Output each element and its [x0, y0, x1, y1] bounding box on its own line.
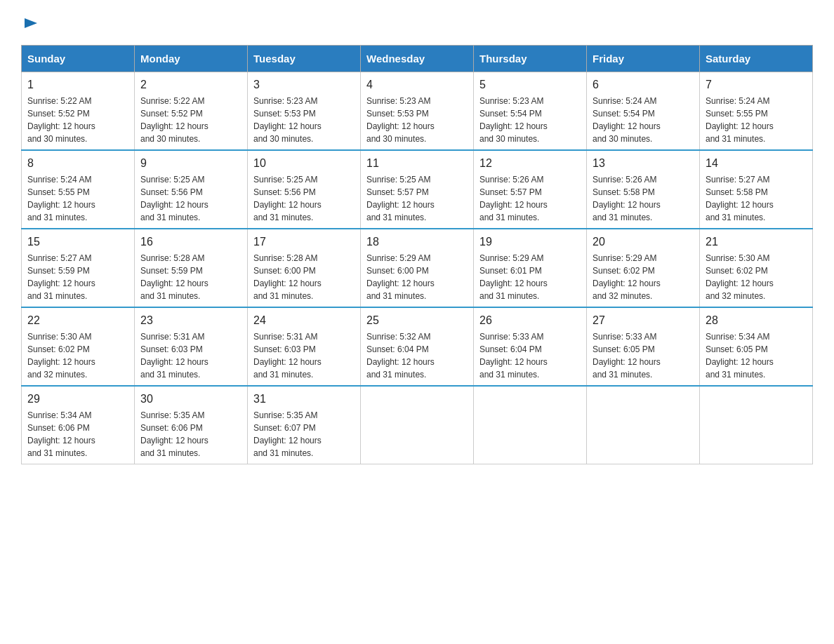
day-number: 3 — [253, 76, 355, 93]
day-info: Sunrise: 5:23 AMSunset: 5:53 PMDaylight:… — [366, 95, 468, 145]
calendar-cell — [361, 386, 474, 464]
calendar-cell: 24Sunrise: 5:31 AMSunset: 6:03 PMDayligh… — [248, 307, 361, 386]
page-header — [21, 14, 813, 31]
day-number: 24 — [253, 312, 355, 329]
day-info: Sunrise: 5:24 AMSunset: 5:55 PMDaylight:… — [706, 95, 807, 145]
day-info: Sunrise: 5:27 AMSunset: 5:59 PMDaylight:… — [27, 252, 128, 302]
day-info: Sunrise: 5:22 AMSunset: 5:52 PMDaylight:… — [27, 95, 128, 145]
day-info: Sunrise: 5:29 AMSunset: 6:02 PMDaylight:… — [593, 252, 694, 302]
calendar-cell: 31Sunrise: 5:35 AMSunset: 6:07 PMDayligh… — [248, 386, 361, 464]
day-info: Sunrise: 5:25 AMSunset: 5:57 PMDaylight:… — [366, 173, 468, 224]
day-number: 2 — [140, 76, 241, 93]
day-info: Sunrise: 5:32 AMSunset: 6:04 PMDaylight:… — [366, 330, 468, 381]
day-number: 30 — [140, 391, 241, 408]
calendar-cell: 14Sunrise: 5:27 AMSunset: 5:58 PMDayligh… — [700, 150, 813, 229]
calendar-week-row: 22Sunrise: 5:30 AMSunset: 6:02 PMDayligh… — [22, 307, 813, 386]
day-number: 10 — [253, 155, 355, 172]
day-number: 15 — [27, 234, 128, 250]
day-info: Sunrise: 5:28 AMSunset: 5:59 PMDaylight:… — [140, 252, 241, 302]
calendar-cell: 30Sunrise: 5:35 AMSunset: 6:06 PMDayligh… — [135, 386, 248, 464]
day-info: Sunrise: 5:23 AMSunset: 5:53 PMDaylight:… — [253, 95, 355, 145]
day-number: 5 — [479, 76, 581, 93]
day-number: 31 — [253, 391, 355, 408]
calendar-cell: 20Sunrise: 5:29 AMSunset: 6:02 PMDayligh… — [587, 229, 700, 307]
day-info: Sunrise: 5:30 AMSunset: 6:02 PMDaylight:… — [27, 330, 128, 381]
calendar-cell: 27Sunrise: 5:33 AMSunset: 6:05 PMDayligh… — [587, 307, 700, 386]
day-info: Sunrise: 5:35 AMSunset: 6:06 PMDaylight:… — [140, 409, 241, 459]
day-info: Sunrise: 5:24 AMSunset: 5:55 PMDaylight:… — [27, 173, 128, 224]
calendar-cell: 17Sunrise: 5:28 AMSunset: 6:00 PMDayligh… — [248, 229, 361, 307]
day-info: Sunrise: 5:35 AMSunset: 6:07 PMDaylight:… — [253, 409, 355, 459]
calendar-week-row: 8Sunrise: 5:24 AMSunset: 5:55 PMDaylight… — [22, 150, 813, 229]
calendar-header-row: SundayMondayTuesdayWednesdayThursdayFrid… — [22, 46, 813, 72]
calendar-cell: 18Sunrise: 5:29 AMSunset: 6:00 PMDayligh… — [361, 229, 474, 307]
day-info: Sunrise: 5:30 AMSunset: 6:02 PMDaylight:… — [706, 252, 807, 302]
calendar-week-row: 29Sunrise: 5:34 AMSunset: 6:06 PMDayligh… — [22, 386, 813, 464]
calendar-week-row: 1Sunrise: 5:22 AMSunset: 5:52 PMDaylight… — [22, 72, 813, 151]
day-number: 26 — [479, 312, 581, 329]
day-info: Sunrise: 5:31 AMSunset: 6:03 PMDaylight:… — [253, 330, 355, 381]
calendar-cell — [587, 386, 700, 464]
day-info: Sunrise: 5:33 AMSunset: 6:04 PMDaylight:… — [479, 330, 581, 381]
calendar-cell: 19Sunrise: 5:29 AMSunset: 6:01 PMDayligh… — [474, 229, 587, 307]
svg-marker-0 — [25, 18, 37, 28]
calendar-cell: 7Sunrise: 5:24 AMSunset: 5:55 PMDaylight… — [700, 72, 813, 151]
calendar-cell: 11Sunrise: 5:25 AMSunset: 5:57 PMDayligh… — [361, 150, 474, 229]
day-number: 28 — [706, 312, 807, 329]
calendar-cell: 22Sunrise: 5:30 AMSunset: 6:02 PMDayligh… — [22, 307, 135, 386]
day-number: 22 — [27, 312, 128, 329]
calendar-cell: 2Sunrise: 5:22 AMSunset: 5:52 PMDaylight… — [135, 72, 248, 151]
day-number: 19 — [479, 234, 581, 250]
day-number: 8 — [27, 155, 128, 172]
day-number: 4 — [366, 76, 468, 93]
day-info: Sunrise: 5:22 AMSunset: 5:52 PMDaylight:… — [140, 95, 241, 145]
day-number: 23 — [140, 312, 241, 329]
day-number: 20 — [593, 234, 694, 250]
day-info: Sunrise: 5:25 AMSunset: 5:56 PMDaylight:… — [253, 173, 355, 224]
day-number: 17 — [253, 234, 355, 250]
day-number: 25 — [366, 312, 468, 329]
calendar-cell: 8Sunrise: 5:24 AMSunset: 5:55 PMDaylight… — [22, 150, 135, 229]
day-number: 1 — [27, 76, 128, 93]
weekday-header-saturday: Saturday — [700, 46, 813, 72]
calendar-week-row: 15Sunrise: 5:27 AMSunset: 5:59 PMDayligh… — [22, 229, 813, 307]
day-info: Sunrise: 5:28 AMSunset: 6:00 PMDaylight:… — [253, 252, 355, 302]
day-number: 9 — [140, 155, 241, 172]
day-info: Sunrise: 5:23 AMSunset: 5:54 PMDaylight:… — [479, 95, 581, 145]
calendar-cell: 6Sunrise: 5:24 AMSunset: 5:54 PMDaylight… — [587, 72, 700, 151]
day-info: Sunrise: 5:25 AMSunset: 5:56 PMDaylight:… — [140, 173, 241, 224]
day-info: Sunrise: 5:29 AMSunset: 6:01 PMDaylight:… — [479, 252, 581, 302]
calendar-cell: 10Sunrise: 5:25 AMSunset: 5:56 PMDayligh… — [248, 150, 361, 229]
calendar-cell: 28Sunrise: 5:34 AMSunset: 6:05 PMDayligh… — [700, 307, 813, 386]
calendar-cell: 4Sunrise: 5:23 AMSunset: 5:53 PMDaylight… — [361, 72, 474, 151]
day-info: Sunrise: 5:34 AMSunset: 6:06 PMDaylight:… — [27, 409, 128, 459]
day-number: 12 — [479, 155, 581, 172]
weekday-header-tuesday: Tuesday — [248, 46, 361, 72]
calendar-cell: 23Sunrise: 5:31 AMSunset: 6:03 PMDayligh… — [135, 307, 248, 386]
day-number: 6 — [593, 76, 694, 93]
day-info: Sunrise: 5:29 AMSunset: 6:00 PMDaylight:… — [366, 252, 468, 302]
day-info: Sunrise: 5:33 AMSunset: 6:05 PMDaylight:… — [593, 330, 694, 381]
calendar-cell: 15Sunrise: 5:27 AMSunset: 5:59 PMDayligh… — [22, 229, 135, 307]
logo — [21, 14, 39, 31]
day-info: Sunrise: 5:26 AMSunset: 5:57 PMDaylight:… — [479, 173, 581, 224]
calendar-cell — [474, 386, 587, 464]
calendar-cell: 25Sunrise: 5:32 AMSunset: 6:04 PMDayligh… — [361, 307, 474, 386]
calendar-cell: 13Sunrise: 5:26 AMSunset: 5:58 PMDayligh… — [587, 150, 700, 229]
day-info: Sunrise: 5:31 AMSunset: 6:03 PMDaylight:… — [140, 330, 241, 381]
calendar-cell — [700, 386, 813, 464]
calendar-cell: 5Sunrise: 5:23 AMSunset: 5:54 PMDaylight… — [474, 72, 587, 151]
calendar-cell: 3Sunrise: 5:23 AMSunset: 5:53 PMDaylight… — [248, 72, 361, 151]
calendar-cell: 1Sunrise: 5:22 AMSunset: 5:52 PMDaylight… — [22, 72, 135, 151]
day-number: 18 — [366, 234, 468, 250]
weekday-header-sunday: Sunday — [22, 46, 135, 72]
day-number: 11 — [366, 155, 468, 172]
day-info: Sunrise: 5:26 AMSunset: 5:58 PMDaylight:… — [593, 173, 694, 224]
calendar-cell: 12Sunrise: 5:26 AMSunset: 5:57 PMDayligh… — [474, 150, 587, 229]
weekday-header-friday: Friday — [587, 46, 700, 72]
day-number: 21 — [706, 234, 807, 250]
day-number: 7 — [706, 76, 807, 93]
calendar-cell: 16Sunrise: 5:28 AMSunset: 5:59 PMDayligh… — [135, 229, 248, 307]
day-number: 16 — [140, 234, 241, 250]
logo-triangle-icon — [23, 15, 39, 31]
